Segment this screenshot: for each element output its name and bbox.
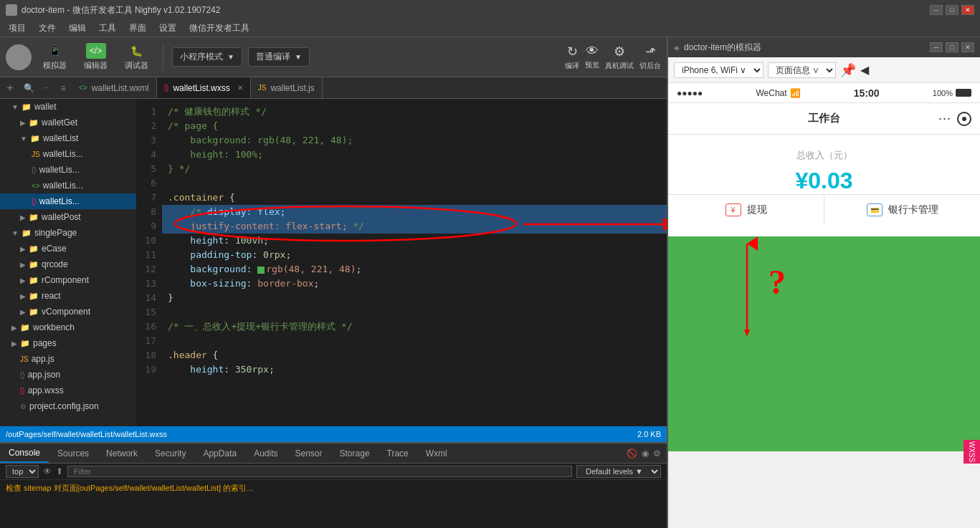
simulator-button[interactable]: 📱 模拟器 — [37, 40, 72, 74]
tab-wxss[interactable]: {} walletList.wxss ✕ — [157, 77, 251, 98]
window-title: doctor-item - 微信开发者工具 Nightly v1.02.1907… — [22, 4, 220, 16]
menu-item-edit[interactable]: 编辑 — [63, 21, 92, 36]
sim-nav-more-icon[interactable]: ··· — [938, 111, 951, 126]
folder-icon: 📁 — [20, 339, 30, 348]
filter-input[interactable] — [67, 466, 572, 477]
context-selector[interactable]: top — [6, 465, 39, 478]
minimize-button[interactable]: ─ — [930, 5, 943, 15]
cut-button[interactable]: ⬏ 切后台 — [639, 44, 661, 71]
sidebar-item-walletget[interactable]: ▶ 📁 walletGet — [0, 115, 136, 130]
devtools-tab-sources[interactable]: Sources — [49, 443, 97, 463]
preview-button[interactable]: 👁 预览 — [585, 44, 599, 70]
devtools-tab-network[interactable]: Network — [97, 443, 146, 463]
code-line-18: .header { — [162, 348, 667, 363]
add-tab-button[interactable]: + — [0, 77, 20, 98]
expand-arrow-icon: ▶ — [20, 213, 26, 221]
mode-selector[interactable]: 小程序模式 ▼ — [172, 47, 242, 67]
collapse-tab-button[interactable]: ≡ — [54, 77, 72, 98]
real-device-button[interactable]: ⚙ 真机调试 — [605, 44, 634, 71]
sidebar-item-singlepage[interactable]: ▼ 📁 singlePage — [0, 225, 136, 241]
maximize-button[interactable]: □ — [946, 5, 958, 15]
tab-close-icon[interactable]: ✕ — [237, 84, 243, 92]
sim-pin-icon[interactable]: 📌 — [840, 62, 856, 78]
bank-card-button[interactable]: 💳 银行卡管理 — [824, 195, 980, 225]
sidebar-item-walletlis-wxml[interactable]: <> walletLis... — [0, 178, 136, 193]
expand-arrow-icon: ▶ — [20, 245, 26, 253]
devtools-tab-audits[interactable]: Audits — [245, 443, 286, 463]
sidebar-item-appwxss[interactable]: {} app.wxss — [0, 383, 136, 398]
code-line-6 — [162, 176, 667, 191]
editor-button[interactable]: </> 编辑器 — [78, 40, 113, 74]
window-controls[interactable]: ─ □ ✕ — [930, 5, 974, 15]
sim-audio-icon[interactable]: ◀ — [860, 63, 869, 77]
more-tabs-button[interactable]: ··· — [37, 77, 54, 98]
sim-title-icon: ◈ — [674, 44, 680, 52]
folder-icon: 📁 — [29, 118, 39, 128]
sim-maximize-button[interactable]: □ — [946, 42, 958, 52]
sidebar-item-walletlis-wxss[interactable]: {} walletLis... — [0, 193, 136, 209]
separator-1 — [163, 44, 163, 70]
compile-selector[interactable]: 普通编译 ▼ — [248, 47, 310, 67]
user-avatar — [6, 44, 32, 70]
devtools-settings-icon[interactable]: ⚙ — [653, 448, 661, 459]
tab-bar: + 🔍 ··· ≡ <> walletList.wxml {} walletLi… — [0, 77, 667, 99]
sidebar-item-walletpost[interactable]: ▶ 📁 walletPost — [0, 209, 136, 225]
devtools-block-icon[interactable]: ⬆ — [56, 466, 63, 476]
devtools-clear-icon[interactable]: 🚫 — [627, 448, 637, 459]
sidebar-item-appjson[interactable]: {} app.json — [0, 367, 136, 383]
sidebar-item-workbench[interactable]: ▶ 📁 workbench — [0, 320, 136, 335]
devtools-tab-storage[interactable]: Storage — [331, 443, 379, 463]
sidebar-item-walletlist[interactable]: ▼ 📁 walletList — [0, 130, 136, 146]
menu-item-view[interactable]: 界面 — [123, 21, 152, 36]
sidebar-item-qrcode[interactable]: ▶ 📁 qrcode — [0, 256, 136, 272]
sidebar-item-react[interactable]: ▶ 📁 react — [0, 288, 136, 304]
search-tab-button[interactable]: 🔍 — [20, 77, 37, 98]
devtools-panel: Console Sources Network Security AppData… — [0, 442, 667, 528]
sidebar-item-rcomponent[interactable]: ▶ 📁 rComponent — [0, 272, 136, 288]
menu-item-wechat[interactable]: 微信开发者工具 — [184, 21, 255, 36]
tab-js[interactable]: JS walletList.js — [251, 77, 323, 98]
bank-card-icon: 💳 — [867, 203, 883, 216]
menu-item-project[interactable]: 项目 — [3, 21, 32, 36]
close-button[interactable]: ✕ — [961, 5, 974, 15]
sim-minimize-button[interactable]: ─ — [930, 42, 943, 52]
ide-panel: 📱 模拟器 </> 编辑器 🐛 调试器 小程序模式 ▼ 普通编译 ▼ — [0, 37, 667, 528]
devtools-tab-sensor[interactable]: Sensor — [287, 443, 331, 463]
status-bar: /outPages/self/wallet/walletList/walletL… — [0, 426, 667, 442]
device-selector[interactable]: iPhone 6, WiFi ∨ — [674, 62, 763, 78]
simulator-title-bar: ◈ doctor-item的模拟器 ─ □ ✕ — [668, 37, 980, 57]
devtools-tab-security[interactable]: Security — [146, 443, 194, 463]
withdraw-button[interactable]: ¥ 提现 — [668, 195, 824, 225]
devtools-tab-trace[interactable]: Trace — [379, 443, 417, 463]
sidebar-item-pages[interactable]: ▶ 📁 pages — [0, 335, 136, 351]
menu-item-file[interactable]: 文件 — [33, 21, 62, 36]
code-line-7: .container { — [162, 191, 667, 205]
sim-window-controls[interactable]: ─ □ ✕ — [930, 42, 974, 52]
levels-selector[interactable]: Default levels ▼ — [576, 465, 661, 478]
devtools-record-icon[interactable]: ◉ — [642, 448, 649, 459]
folder-icon: 📁 — [29, 213, 39, 222]
devtools-tab-console[interactable]: Console — [0, 443, 49, 463]
sidebar-item-walletlis-json[interactable]: {} walletLis... — [0, 162, 136, 178]
menu-item-settings[interactable]: 设置 — [153, 21, 182, 36]
sidebar-item-vcomponent[interactable]: ▶ 📁 vComponent — [0, 304, 136, 320]
debugger-button[interactable]: 🐛 调试器 — [119, 40, 154, 74]
app-icon — [6, 4, 17, 16]
sidebar-item-walletlis-js[interactable]: JS walletLis... — [0, 146, 136, 162]
sidebar-item-projectconfig[interactable]: ⚙ project.config.json — [0, 398, 136, 414]
sidebar-item-ecase[interactable]: ▶ 📁 eCase — [0, 241, 136, 256]
code-editor[interactable]: 12345 678910 1112131415 16171819 /* 健康钱包… — [136, 99, 667, 426]
devtools-tab-wxml[interactable]: Wxml — [417, 443, 456, 463]
sidebar-item-wallet[interactable]: ▼ 📁 wallet — [0, 99, 136, 115]
menu-item-tools[interactable]: 工具 — [93, 21, 122, 36]
wxml-file-icon: <> — [32, 182, 40, 190]
devtools-eye-icon[interactable]: 👁 — [43, 466, 52, 476]
sim-nav-camera-icon[interactable] — [957, 112, 971, 126]
sidebar-label: pages — [33, 338, 57, 348]
devtools-tab-appdata[interactable]: AppData — [194, 443, 245, 463]
sidebar-item-appjs[interactable]: JS app.js — [0, 351, 136, 367]
page-info-selector[interactable]: 页面信息 ∨ — [768, 62, 836, 78]
translate-button[interactable]: ↻ 编译 — [565, 44, 579, 71]
tab-wxml[interactable]: <> walletList.wxml — [72, 77, 157, 98]
sim-close-button[interactable]: ✕ — [961, 42, 974, 52]
